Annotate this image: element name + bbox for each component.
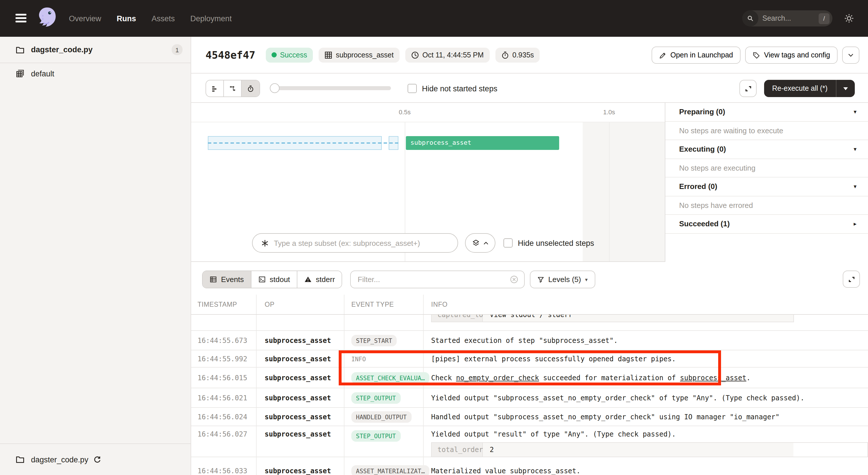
metadata-table: total_orders 2 — [431, 442, 868, 457]
log-row-partial[interactable]: captured_logs View stdout / stderr — [191, 315, 868, 331]
log-row[interactable]: 16:44:56.033 subprocess_asset ASSET_MATE… — [191, 457, 868, 475]
check-name-link[interactable]: no_empty_order_check — [456, 374, 539, 382]
pencil-icon — [659, 51, 666, 59]
reexecute-dropdown-button[interactable] — [836, 80, 855, 97]
run-id: 4548ef47 — [206, 49, 255, 61]
tab-events[interactable]: Events — [203, 271, 251, 288]
tag-icon — [753, 51, 760, 59]
gantt-fullscreen-button[interactable] — [739, 80, 756, 97]
step-subset-placeholder: Type a step subset (ex: subprocess_asset… — [274, 239, 420, 247]
status-badge: Success — [266, 48, 313, 62]
hide-not-started-checkbox[interactable] — [408, 84, 417, 93]
log-row-asset-check[interactable]: 16:44:56.015 subprocess_asset ASSET_CHEC… — [191, 367, 868, 388]
log-fullscreen-button[interactable] — [843, 270, 860, 288]
chevron-down-icon: ▾ — [854, 146, 857, 152]
status-section-succeeded[interactable]: Succeeded (1) ▸ — [665, 215, 868, 234]
open-in-launchpad-button[interactable]: Open in Launchpad — [652, 47, 741, 64]
tab-stdout[interactable]: stdout — [251, 271, 298, 288]
global-search-input[interactable]: Search... / — [742, 10, 832, 26]
events-table-icon — [210, 276, 217, 283]
filter-placeholder: Filter... — [358, 275, 510, 284]
log-filter-input[interactable]: Filter... — [350, 270, 525, 288]
run-actions: Open in Launchpad View tags and config — [652, 47, 860, 64]
dagster-logo-icon[interactable] — [34, 6, 60, 31]
left-sidebar: dagster_code.py 1 default dagster_code.p… — [0, 37, 191, 475]
chevron-down-icon: ▾ — [585, 276, 588, 282]
run-header: 4548ef47 Success subprocess_asset Oct 11… — [191, 37, 868, 73]
top-navbar: Overview Runs Assets Deployment Search..… — [0, 0, 868, 37]
menu-icon[interactable] — [16, 14, 26, 22]
asset-pill[interactable]: subprocess_asset — [319, 48, 400, 62]
more-actions-chevron-button[interactable] — [842, 47, 859, 64]
status-message: No steps are waiting to execute — [665, 121, 868, 140]
event-type-badge: HANDLED_OUTPUT — [351, 411, 411, 422]
start-time-pill: Oct 11, 4:44:55 PM — [405, 48, 489, 62]
metadata-value-link[interactable]: View stdout / stderr — [483, 315, 794, 322]
primary-nav: Overview Runs Assets Deployment — [69, 0, 231, 37]
nav-overview[interactable]: Overview — [69, 14, 101, 23]
gantt-overrun-zone — [583, 122, 665, 261]
axis-tick: 1.0s — [603, 109, 615, 115]
graph-query-toggle-button[interactable] — [465, 233, 495, 253]
col-event-type: EVENT TYPE — [344, 295, 424, 314]
log-tabs: Events stdout stderr — [202, 270, 342, 288]
col-info: INFO — [424, 295, 868, 314]
waiting-dashed-line — [208, 143, 398, 144]
warning-triangle-icon — [304, 276, 312, 283]
gantt-step-bar[interactable]: subprocess_asset — [406, 136, 559, 150]
funnel-icon — [537, 276, 544, 283]
sidebar-code-location[interactable]: dagster_code.py 1 — [0, 37, 191, 63]
log-row[interactable]: 16:44:56.024 subprocess_asset HANDLED_OU… — [191, 408, 868, 426]
tab-stderr[interactable]: stderr — [298, 271, 342, 288]
gridline — [609, 122, 610, 261]
hide-unselected-label: Hide unselected steps — [518, 239, 594, 247]
nav-deployment[interactable]: Deployment — [190, 14, 231, 23]
caret-up-icon — [483, 240, 489, 246]
flat-view-icon[interactable] — [206, 81, 224, 96]
asset-name-link[interactable]: subprocess_asset — [680, 374, 746, 382]
search-icon — [742, 10, 758, 26]
log-row[interactable]: 16:44:55.673 subprocess_asset STEP_START… — [191, 331, 868, 350]
log-row[interactable]: 16:44:55.992 subprocess_asset INFO [pipe… — [191, 350, 868, 367]
nav-runs[interactable]: Runs — [117, 14, 136, 23]
step-subset-row: Type a step subset (ex: subprocess_asset… — [252, 233, 594, 253]
metadata-key: captured_logs — [432, 315, 483, 322]
dagster-run-page: Overview Runs Assets Deployment Search..… — [0, 0, 868, 475]
chevron-right-icon: ▸ — [854, 221, 857, 227]
search-shortcut-key: / — [818, 13, 830, 24]
job-grid-icon — [16, 69, 25, 78]
reload-icon[interactable] — [93, 455, 102, 464]
hide-unselected-checkbox[interactable] — [503, 238, 513, 247]
step-subset-input[interactable]: Type a step subset (ex: subprocess_asset… — [252, 233, 458, 253]
levels-filter-button[interactable]: Levels (5) ▾ — [530, 270, 595, 288]
event-type-badge: ASSET_CHECK_EVALUA… — [351, 372, 429, 383]
gantt-zoom-slider[interactable] — [271, 86, 391, 90]
timed-view-icon[interactable] — [242, 81, 259, 96]
chevron-down-icon: ▾ — [854, 109, 857, 115]
hide-not-started-label: Hide not started steps — [422, 84, 497, 93]
log-row-with-metadata[interactable]: 16:44:56.027 subprocess_asset STEP_OUTPU… — [191, 426, 868, 457]
slider-knob[interactable] — [270, 83, 280, 93]
status-section-executing[interactable]: Executing (0) ▾ — [665, 140, 868, 159]
reexecute-label: Re-execute all (*) — [764, 84, 836, 92]
waterfall-view-icon[interactable] — [224, 81, 242, 96]
view-tags-config-button[interactable]: View tags and config — [745, 47, 838, 64]
layers-icon — [472, 239, 479, 247]
status-section-preparing[interactable]: Preparing (0) ▾ — [665, 103, 868, 121]
status-message: No steps have errored — [665, 196, 868, 215]
terminal-icon — [258, 276, 266, 283]
event-type-badge: STEP_START — [351, 334, 397, 346]
log-row[interactable]: 16:44:56.021 subprocess_asset STEP_OUTPU… — [191, 388, 868, 408]
caret-down-icon — [843, 87, 848, 90]
reexecute-all-button[interactable]: Re-execute all (*) — [764, 80, 855, 97]
duration-pill: 0.935s — [495, 48, 539, 62]
gear-icon[interactable] — [844, 13, 854, 24]
nav-assets[interactable]: Assets — [152, 14, 175, 23]
table-grid-icon — [324, 51, 332, 59]
sidebar-item-default-job[interactable]: default — [0, 63, 191, 84]
clear-filter-icon[interactable] — [510, 275, 518, 284]
job-count-badge: 1 — [172, 44, 183, 55]
status-section-errored[interactable]: Errored (0) ▾ — [665, 177, 868, 196]
stopwatch-icon — [501, 51, 509, 59]
graph-splat-icon — [260, 239, 269, 247]
